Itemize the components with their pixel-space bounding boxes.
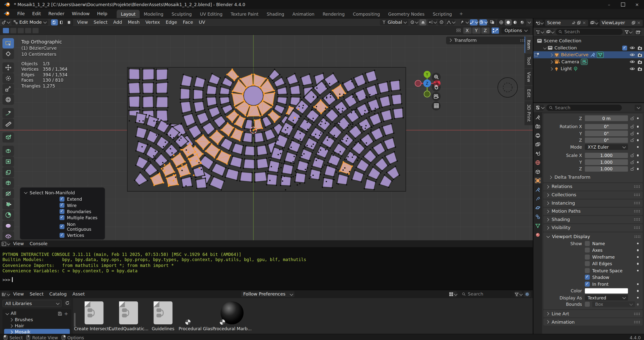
viewlayer-selector[interactable]: ViewLayer × xyxy=(600,20,643,26)
knife-tool[interactable] xyxy=(2,188,14,198)
proportional-editing-icon[interactable] xyxy=(438,19,445,26)
zoom-icon[interactable] xyxy=(432,72,440,82)
checkbox-extend[interactable] xyxy=(60,196,64,202)
property-field-scale-x[interactable]: 1.000 xyxy=(585,152,628,158)
workspace-tab-scripting[interactable]: Scripting xyxy=(428,10,456,18)
section-grip[interactable] xyxy=(634,218,640,221)
bevel-tool[interactable] xyxy=(2,167,14,177)
new-collection-icon[interactable] xyxy=(634,29,642,35)
section-motion-paths[interactable]: Motion Paths xyxy=(543,208,643,215)
non-manifold-option-multiple-faces[interactable]: Multiple Faces xyxy=(60,215,101,220)
correct-face-attributes-toggle[interactable] xyxy=(492,28,499,34)
workspace-tab-compositing[interactable]: Compositing xyxy=(349,10,384,18)
save-catalog-icon[interactable] xyxy=(58,312,62,316)
property-field-z[interactable]: 1.000 xyxy=(585,166,628,172)
show-gizmo-toggle[interactable] xyxy=(470,19,478,26)
properties-tab-view-layer[interactable] xyxy=(534,141,541,148)
lock-icon[interactable] xyxy=(629,116,635,120)
workspace-tab-layout[interactable]: Layout xyxy=(117,10,140,18)
select-option-intersect[interactable] xyxy=(32,28,38,33)
falloff-curve-icon[interactable] xyxy=(446,19,455,26)
animate-dot[interactable] xyxy=(636,256,640,258)
select-non-manifold-header[interactable]: Select Non-Manifold xyxy=(24,190,100,195)
mirror-butterfly-icon[interactable] xyxy=(455,28,461,33)
transform-tool[interactable] xyxy=(2,94,14,104)
catalog-brushes[interactable]: Brushes xyxy=(4,316,70,323)
viewport-menu-add[interactable]: Add xyxy=(110,19,125,26)
animate-dot[interactable] xyxy=(636,249,640,251)
select-option-set[interactable] xyxy=(3,28,9,33)
animate-dot[interactable] xyxy=(636,290,640,292)
checkbox-name[interactable] xyxy=(585,241,590,246)
close-button[interactable]: × xyxy=(630,0,644,9)
animate-dot[interactable] xyxy=(636,146,640,148)
show-overlays-toggle[interactable] xyxy=(479,19,487,26)
viewport-menu-view[interactable]: View xyxy=(74,19,91,26)
viewport-menu-vertex[interactable]: Vertex xyxy=(142,19,163,26)
asset-scrollbar[interactable] xyxy=(74,313,76,327)
viewport-menu-uv[interactable]: UV xyxy=(196,19,208,26)
checkbox-boundaries[interactable] xyxy=(60,209,64,214)
render-toggle[interactable] xyxy=(638,60,642,64)
add-cube-tool[interactable] xyxy=(2,132,14,142)
animate-dot[interactable] xyxy=(636,270,640,272)
lock-icon[interactable] xyxy=(629,124,635,128)
eye-toggle[interactable] xyxy=(630,60,635,64)
property-field-y[interactable]: 0° xyxy=(585,130,628,136)
section-grip[interactable] xyxy=(634,202,640,204)
workspace-tab-modeling[interactable]: Modeling xyxy=(140,10,168,18)
display-size-icon[interactable] xyxy=(449,291,457,297)
select-mode-vertex[interactable] xyxy=(51,19,58,26)
blender-menu-icon[interactable] xyxy=(4,11,10,16)
section-grip[interactable] xyxy=(634,312,640,315)
lock-icon[interactable] xyxy=(629,167,635,171)
properties-tab-modifiers[interactable] xyxy=(534,186,541,192)
select-option-subtract[interactable] xyxy=(17,28,24,33)
select-mode-face[interactable] xyxy=(66,19,72,26)
section-grip[interactable] xyxy=(634,210,640,213)
asset-menu-select[interactable]: Select xyxy=(27,291,46,298)
workspace-tab-geometry-nodes[interactable]: Geometry Nodes xyxy=(384,10,428,18)
checkbox-vertices[interactable] xyxy=(60,233,64,238)
properties-tab-physics[interactable] xyxy=(534,204,541,211)
properties-tab-constraints[interactable] xyxy=(534,214,541,220)
grid-ortho-icon[interactable] xyxy=(432,101,440,110)
library-dropdown[interactable]: All Libraries xyxy=(2,300,62,307)
poly-build-tool[interactable] xyxy=(2,199,14,209)
eye-toggle[interactable] xyxy=(630,46,635,50)
outliner-display-mode-icon[interactable] xyxy=(536,29,543,35)
lock-icon[interactable] xyxy=(629,160,635,164)
section-grip[interactable] xyxy=(634,235,640,238)
mode-selector[interactable]: Edit Mode xyxy=(12,19,48,26)
editor-type-icon[interactable] xyxy=(2,19,10,26)
animate-dot[interactable] xyxy=(636,126,640,128)
bounds-dropdown[interactable]: Box xyxy=(592,302,635,307)
animate-dot[interactable] xyxy=(636,242,640,244)
bounds-checkbox[interactable] xyxy=(585,302,590,307)
section-line-art[interactable]: Line Art xyxy=(543,310,643,317)
eye-toggle[interactable] xyxy=(630,53,635,57)
viewport-menu-edge[interactable]: Edge xyxy=(163,19,180,26)
menu-render[interactable]: Render xyxy=(45,10,68,17)
pin-icon[interactable] xyxy=(572,21,575,25)
scene-selector[interactable]: Scene × xyxy=(545,20,588,26)
mirror-axis-y[interactable]: Y xyxy=(472,28,480,34)
animate-dot[interactable] xyxy=(636,139,640,141)
section-collections[interactable]: Collections xyxy=(543,191,643,198)
outliner-row-light[interactable]: Light xyxy=(534,65,644,72)
sidebar-tab-edit[interactable]: Edit xyxy=(524,86,533,101)
snap-magnet-icon[interactable] xyxy=(419,19,426,26)
smooth-tool[interactable] xyxy=(2,220,14,230)
delta-transform-header[interactable]: Delta Transform xyxy=(546,174,640,180)
hide-eye-icon[interactable] xyxy=(630,67,635,71)
lock-icon[interactable] xyxy=(629,131,635,136)
copy-icon[interactable] xyxy=(632,21,635,25)
snap-target-icon[interactable] xyxy=(428,19,436,26)
animate-dot[interactable] xyxy=(636,154,640,156)
gear-icon[interactable] xyxy=(524,291,531,297)
checkbox-non-contiguous[interactable] xyxy=(60,224,64,229)
copy-icon[interactable] xyxy=(577,21,581,25)
sidebar-tab-3d-print[interactable]: 3D Print xyxy=(524,101,533,125)
expand-chevron[interactable] xyxy=(550,67,553,70)
outliner-row-b-ziercurve[interactable]: BézierCurve xyxy=(534,51,644,58)
